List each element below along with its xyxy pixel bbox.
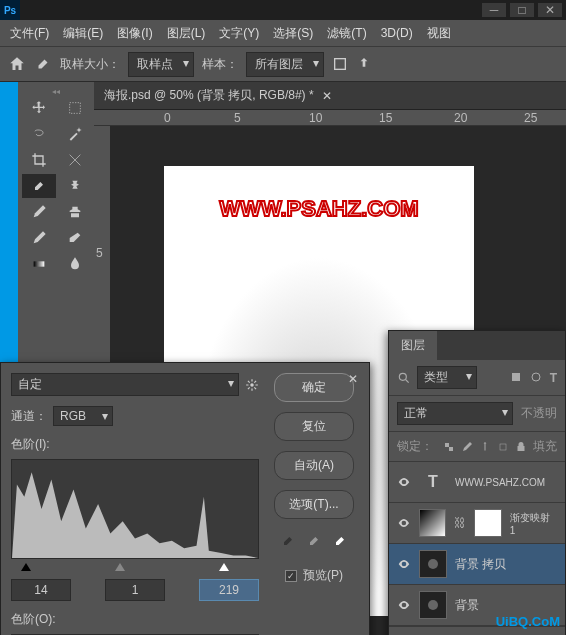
lock-pixels-icon[interactable] [461, 441, 473, 453]
show-sampling-ring-icon[interactable] [332, 56, 348, 72]
menu-view[interactable]: 视图 [421, 23, 457, 44]
maximize-button[interactable]: □ [510, 3, 534, 17]
history-brush-tool[interactable] [22, 226, 56, 250]
svg-point-4 [399, 373, 406, 380]
filter-pixel-icon[interactable] [510, 371, 522, 383]
dialog-close-button[interactable]: ✕ [343, 369, 363, 389]
visibility-icon[interactable] [397, 598, 411, 612]
ruler-horizontal: 0 5 10 15 20 25 [94, 110, 566, 126]
home-icon[interactable] [8, 55, 26, 73]
lock-position-icon[interactable] [479, 441, 491, 453]
input-black-field[interactable]: 14 [11, 579, 71, 601]
svg-rect-5 [512, 373, 520, 381]
move-tool[interactable] [22, 96, 56, 120]
visibility-icon[interactable] [397, 557, 411, 571]
crop-tool[interactable] [22, 148, 56, 172]
histogram-shape [12, 460, 258, 558]
gear-icon[interactable] [245, 378, 259, 392]
window-controls: ─ □ ✕ [482, 3, 566, 17]
reset-button[interactable]: 复位 [274, 412, 354, 441]
ruler-tick: 5 [96, 246, 103, 260]
sample-dropdown[interactable]: 所有图层 [246, 52, 324, 77]
menu-file[interactable]: 文件(F) [4, 23, 55, 44]
tab-layers[interactable]: 图层 [389, 331, 437, 360]
menu-filter[interactable]: 滤镜(T) [321, 23, 372, 44]
eyedropper-tool-icon[interactable] [34, 55, 52, 73]
input-mid-field[interactable]: 1 [105, 579, 165, 601]
black-eyedropper-icon[interactable] [280, 533, 296, 549]
ruler-tick: 10 [309, 111, 322, 125]
mask-thumb [474, 509, 501, 537]
filter-adjust-icon[interactable] [530, 371, 542, 383]
black-point-handle[interactable] [21, 563, 31, 571]
auto-button[interactable]: 自动(A) [274, 451, 354, 480]
channel-dropdown[interactable]: RGB [53, 406, 113, 426]
white-point-handle[interactable] [219, 563, 229, 571]
healing-brush-tool[interactable] [58, 174, 92, 198]
workspace: ◂◂ 海报.psd @ 50% (背景 拷贝, RGB/8#) * ✕ 0 5 [0, 82, 566, 635]
input-slider[interactable] [11, 563, 259, 573]
layer-row[interactable]: 背景 拷贝 [389, 544, 565, 585]
brush-tool[interactable] [22, 200, 56, 224]
eraser-tool[interactable] [58, 226, 92, 250]
lock-all-icon[interactable] [515, 441, 527, 453]
gradient-tool[interactable] [22, 252, 56, 276]
options-bar: 取样大小： 取样点 样本： 所有图层 [0, 46, 566, 82]
gray-eyedropper-icon[interactable] [306, 533, 322, 549]
layer-name: 背景 拷贝 [455, 556, 506, 573]
ok-button[interactable]: 确定 [274, 373, 354, 402]
eyedropper-group [280, 533, 348, 549]
options-button[interactable]: 选项(T)... [274, 490, 354, 519]
minimize-button[interactable]: ─ [482, 3, 506, 17]
layer-name: 渐变映射 1 [510, 511, 557, 536]
marquee-tool[interactable] [58, 96, 92, 120]
lock-artboard-icon[interactable] [497, 441, 509, 453]
share-icon[interactable] [356, 56, 372, 72]
visibility-icon[interactable] [397, 516, 411, 530]
search-icon[interactable] [397, 371, 411, 385]
close-button[interactable]: ✕ [538, 3, 562, 17]
svg-point-10 [428, 559, 438, 569]
lasso-tool[interactable] [22, 122, 56, 146]
svg-rect-2 [34, 261, 45, 266]
magic-wand-tool[interactable] [58, 122, 92, 146]
layer-row[interactable]: ⛓ 渐变映射 1 [389, 503, 565, 544]
svg-rect-1 [70, 103, 81, 114]
input-levels-label: 色阶(I): [11, 436, 259, 453]
clone-stamp-tool[interactable] [58, 200, 92, 224]
menu-layer[interactable]: 图层(L) [161, 23, 212, 44]
lock-transparency-icon[interactable] [443, 441, 455, 453]
slice-tool[interactable] [58, 148, 92, 172]
menu-type[interactable]: 文字(Y) [213, 23, 265, 44]
menu-3d[interactable]: 3D(D) [375, 24, 419, 42]
menu-edit[interactable]: 编辑(E) [57, 23, 109, 44]
lock-label: 锁定： [397, 438, 433, 455]
white-eyedropper-icon[interactable] [332, 533, 348, 549]
fill-label: 填充 [533, 438, 557, 455]
menu-image[interactable]: 图像(I) [111, 23, 158, 44]
tools-drag-handle[interactable]: ◂◂ [22, 86, 90, 96]
document-tab[interactable]: 海报.psd @ 50% (背景 拷贝, RGB/8#) * ✕ [94, 82, 566, 110]
svg-point-3 [250, 383, 254, 387]
ruler-tick: 0 [164, 111, 171, 125]
link-icon[interactable]: ⛓ [454, 516, 466, 530]
mid-point-handle[interactable] [115, 563, 125, 571]
footer-watermark: UiBQ.CoM [496, 614, 560, 629]
visibility-icon[interactable] [397, 475, 411, 489]
eyedropper-tool[interactable] [22, 174, 56, 198]
titlebar: Ps ─ □ ✕ [0, 0, 566, 20]
blur-tool[interactable] [58, 252, 92, 276]
menu-select[interactable]: 选择(S) [267, 23, 319, 44]
filter-type-dropdown[interactable]: 类型 [417, 366, 477, 389]
text-layer-icon: T [419, 468, 447, 496]
sample-size-dropdown[interactable]: 取样点 [128, 52, 194, 77]
svg-point-6 [532, 373, 540, 381]
layer-row[interactable]: T WWW.PSAHZ.COM [389, 462, 565, 503]
input-white-field[interactable]: 219 [199, 579, 259, 601]
preset-dropdown[interactable]: 自定 [11, 373, 239, 396]
blend-mode-dropdown[interactable]: 正常 [397, 402, 513, 425]
preview-checkbox[interactable]: ✓ [285, 570, 297, 582]
filter-type-icon[interactable]: T [550, 371, 557, 385]
ruler-tick: 25 [524, 111, 537, 125]
close-icon[interactable]: ✕ [322, 89, 332, 103]
